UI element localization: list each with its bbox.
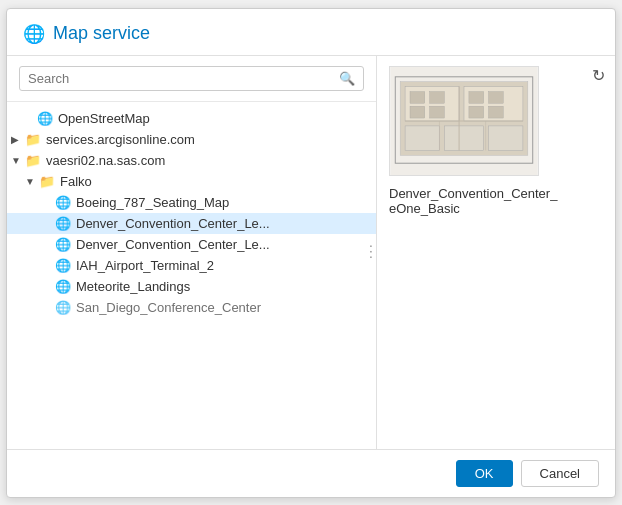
dialog-title: Map service xyxy=(53,23,150,44)
search-input-wrapper: 🔍 xyxy=(19,66,364,91)
chevron-icon: ▶ xyxy=(11,134,25,145)
svg-rect-18 xyxy=(489,106,504,118)
svg-rect-16 xyxy=(489,91,504,103)
item-label: Denver_Convention_Center_Le... xyxy=(76,237,270,252)
chevron-icon xyxy=(41,197,55,208)
dialog-footer: OK Cancel xyxy=(7,449,615,497)
preview-svg xyxy=(390,67,538,175)
search-box: 🔍 xyxy=(7,56,376,102)
tree-item[interactable]: 🌐 OpenStreetMap xyxy=(7,108,376,129)
item-label: IAH_Airport_Terminal_2 xyxy=(76,258,214,273)
chevron-icon: ▼ xyxy=(25,176,39,187)
item-label: services.arcgisonline.com xyxy=(46,132,195,147)
globe-icon: 🌐 xyxy=(55,195,71,210)
folder-icon: 📁 xyxy=(25,153,41,168)
svg-rect-14 xyxy=(430,106,445,118)
chevron-icon: ▼ xyxy=(11,155,25,166)
tree-item[interactable]: 🌐 Boeing_787_Seating_Map xyxy=(7,192,376,213)
item-label: Meteorite_Landings xyxy=(76,279,190,294)
search-icon: 🔍 xyxy=(339,71,355,86)
folder-icon: 📁 xyxy=(25,132,41,147)
preview-image xyxy=(389,66,539,176)
svg-rect-17 xyxy=(469,106,484,118)
chevron-icon xyxy=(41,239,55,250)
ok-button[interactable]: OK xyxy=(456,460,513,487)
chevron-icon xyxy=(41,281,55,292)
item-label: Boeing_787_Seating_Map xyxy=(76,195,229,210)
globe-icon: 🌐 xyxy=(55,279,71,294)
globe-icon: 🌐 xyxy=(23,23,45,45)
tree-item[interactable]: 🌐 Denver_Convention_Center_Le... xyxy=(7,213,376,234)
dialog-header: 🌐 Map service xyxy=(7,9,615,56)
refresh-icon[interactable]: ↻ xyxy=(592,66,605,85)
cancel-button[interactable]: Cancel xyxy=(521,460,599,487)
tree-item[interactable]: 🌐 IAH_Airport_Terminal_2 xyxy=(7,255,376,276)
tree-item[interactable]: ▶ 📁 services.arcgisonline.com xyxy=(7,129,376,150)
chevron-icon xyxy=(41,218,55,229)
svg-rect-12 xyxy=(430,91,445,103)
tree-item[interactable]: 🌐 San_Diego_Conference_Center xyxy=(7,297,376,318)
globe-icon: 🌐 xyxy=(55,237,71,252)
dialog-body: 🔍 🌐 OpenStreetMap ▶ 📁 services.arcgisonl… xyxy=(7,56,615,449)
chevron-icon xyxy=(41,302,55,313)
right-panel: ↻ xyxy=(377,56,615,449)
tree-item[interactable]: ▼ 📁 Falko xyxy=(7,171,376,192)
svg-rect-15 xyxy=(469,91,484,103)
item-label: OpenStreetMap xyxy=(58,111,150,126)
chevron-icon xyxy=(41,260,55,271)
search-input[interactable] xyxy=(28,71,339,86)
item-label: Denver_Convention_Center_Le... xyxy=(76,216,270,231)
tree-item[interactable]: ▼ 📁 vaesri02.na.sas.com xyxy=(7,150,376,171)
item-label: Falko xyxy=(60,174,92,189)
split-handle[interactable]: ··· xyxy=(368,56,374,449)
tree-item[interactable]: 🌐 Denver_Convention_Center_Le... xyxy=(7,234,376,255)
tree-item[interactable]: 🌐 Meteorite_Landings xyxy=(7,276,376,297)
svg-rect-5 xyxy=(444,125,483,150)
item-label: vaesri02.na.sas.com xyxy=(46,153,165,168)
svg-rect-13 xyxy=(410,106,425,118)
globe-icon: 🌐 xyxy=(55,216,71,231)
svg-rect-4 xyxy=(405,125,439,150)
globe-icon: 🌐 xyxy=(55,258,71,273)
globe-icon: 🌐 xyxy=(55,300,71,315)
preview-title: Denver_Convention_Center_ eOne_Basic xyxy=(389,186,557,216)
left-panel: 🔍 🌐 OpenStreetMap ▶ 📁 services.arcgisonl… xyxy=(7,56,377,449)
svg-rect-11 xyxy=(410,91,425,103)
map-service-dialog: 🌐 Map service 🔍 🌐 OpenStreetMap xyxy=(6,8,616,498)
tree-container[interactable]: 🌐 OpenStreetMap ▶ 📁 services.arcgisonlin… xyxy=(7,102,376,449)
chevron-icon xyxy=(23,113,37,124)
globe-icon: 🌐 xyxy=(37,111,53,126)
svg-rect-6 xyxy=(489,125,523,150)
item-label: San_Diego_Conference_Center xyxy=(76,300,261,315)
folder-icon: 📁 xyxy=(39,174,55,189)
